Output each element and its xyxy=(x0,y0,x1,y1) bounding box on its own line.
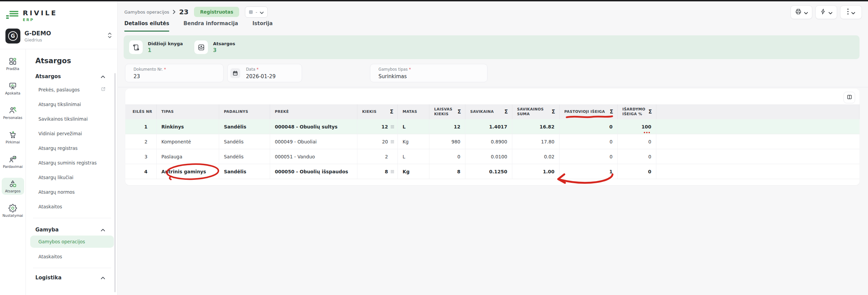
ledger-scroll-icon xyxy=(129,40,143,54)
accounting-board-icon xyxy=(8,82,17,90)
sidebar-item-vidiniai-pervezimai[interactable]: Vidiniai pervežimai xyxy=(26,126,117,141)
sidebar-title: Atsargos xyxy=(26,57,117,65)
section-header-logistika[interactable]: Logistika xyxy=(26,274,117,281)
rail-item-pradzia[interactable]: Pradžia xyxy=(2,55,24,72)
rail-item-apskaita[interactable]: Apskaita xyxy=(2,80,24,97)
printer-icon xyxy=(795,8,802,16)
data-field[interactable]: Data * 2026-01-29 xyxy=(227,64,302,82)
chevron-down-icon xyxy=(260,9,264,15)
section-logistika: Logistika xyxy=(26,274,117,281)
settings-gear-icon xyxy=(8,204,17,212)
sidebar-scrollbar[interactable] xyxy=(114,73,116,292)
sum-icon[interactable]: Σ xyxy=(387,109,393,115)
summary-didzioji-knyga[interactable]: Didžioji knyga 1 xyxy=(129,35,183,59)
columns-icon xyxy=(847,94,852,101)
section-gamyba: Gamyba Gamybos operacijos Ataskaitos xyxy=(26,226,117,268)
document-number: 23 xyxy=(179,8,189,16)
actions-button[interactable] xyxy=(815,5,837,19)
section-header-atsargos[interactable]: Atsargos xyxy=(26,73,117,80)
sum-icon[interactable]: Σ xyxy=(502,109,508,115)
row-menu-icon[interactable] xyxy=(389,125,395,128)
col-header-padalinys[interactable]: PADALINYS xyxy=(219,104,270,119)
lightning-icon xyxy=(820,8,826,16)
main-content: Gamybos operacijos 23 Registruotas - xyxy=(118,1,868,295)
sidebar-item-ataskaitos-1[interactable]: Ataskaitos xyxy=(26,199,117,214)
col-header-savikaina[interactable]: SAVIKAINAΣ xyxy=(465,104,512,119)
sum-icon[interactable]: Σ xyxy=(607,109,613,115)
section-atsargos: Atsargos Prekės, paslaugos Ats xyxy=(26,73,117,218)
col-header-laisvas-kiekis[interactable]: LAISVAS KIEKISΣ xyxy=(429,104,465,119)
table-toolbar xyxy=(125,89,860,104)
col-header-filler xyxy=(656,104,860,119)
col-header-savikainos-suma[interactable]: SAVIKAINOS SUMAΣ xyxy=(512,104,560,119)
tab-bendra-informacija[interactable]: Bendra informacija xyxy=(183,20,238,32)
module-rail: Pradžia Apskaita xyxy=(0,49,26,295)
tab-istorija[interactable]: Istorija xyxy=(252,20,273,32)
chevron-up-icon xyxy=(101,73,105,80)
company-user: Giedrius xyxy=(24,37,107,42)
col-header-kiekis[interactable]: KIEKISΣ xyxy=(357,104,398,119)
detail-lines-table: EILĖS NR TIPAS PADALINYS PREKĖ KIEKISΣ M… xyxy=(125,104,860,179)
rail-item-atsargos[interactable]: Atsargos xyxy=(2,178,24,195)
column-settings-button[interactable] xyxy=(844,92,855,103)
dashboard-icon xyxy=(8,57,17,66)
col-header-isardymo-iseiga[interactable]: IŠARDYMO IŠEIGA %Σ xyxy=(618,104,656,119)
brand-name: RIVILE xyxy=(23,10,57,16)
data-value: 2026-01-29 xyxy=(246,73,276,80)
dokumento-nr-value: 23 xyxy=(134,73,140,80)
sidebar-item-savikainos-tikslinimai[interactable]: Savikainos tikslinimai xyxy=(26,111,117,126)
sidebar-item-atsargu-likuciai[interactable]: Atsargų likučiai xyxy=(26,170,117,185)
sum-icon[interactable]: Σ xyxy=(646,109,652,115)
rail-item-pardavimai[interactable]: Pardavimai xyxy=(2,153,24,170)
menu-divider xyxy=(33,218,111,218)
sidebar-menu: Atsargos Atsargos Prekės, paslaugos xyxy=(26,49,117,295)
gamybos-tipas-field[interactable]: Gamybos tipas * Surinkimas xyxy=(370,64,488,82)
rail-item-personalas[interactable]: Personalas xyxy=(2,104,24,121)
breadcrumb-parent-link[interactable]: Gamybos operacijos xyxy=(124,10,169,15)
sales-person-icon xyxy=(8,155,17,163)
row-menu-icon[interactable] xyxy=(389,140,395,143)
sidebar-item-atsargu-normos[interactable]: Atsargų normos xyxy=(26,185,117,199)
gamybos-tipas-value: Surinkimas xyxy=(378,73,407,80)
tab-detalios-eilutes[interactable]: Detalios eilutės xyxy=(124,20,169,32)
sidebar-item-atsargu-registras[interactable]: Atsargų registras xyxy=(26,141,117,155)
sum-icon[interactable]: Σ xyxy=(549,109,555,115)
chevron-down-icon xyxy=(851,9,855,16)
chevron-down-icon xyxy=(804,9,808,16)
summary-atsargos[interactable]: Atsargos 3 xyxy=(194,35,235,59)
more-menu-button[interactable] xyxy=(840,5,862,19)
inventory-box-icon xyxy=(194,40,208,54)
chevron-right-icon xyxy=(173,10,176,14)
col-header-eiles-nr[interactable]: EILĖS NR xyxy=(125,104,157,119)
dokumento-nr-field[interactable]: Dokumento Nr. * 23 xyxy=(125,64,224,82)
print-button[interactable] xyxy=(791,5,812,19)
col-header-matas[interactable]: MATAS xyxy=(398,104,429,119)
inventory-shapes-icon xyxy=(8,179,17,188)
sidebar-item-ataskaitos-2[interactable]: Ataskaitos xyxy=(26,249,117,264)
company-selector[interactable]: G G-DEMO Giedrius xyxy=(5,29,112,44)
sidebar-item-atsargu-tikslinimai[interactable]: Atsargų tikslinimai xyxy=(26,97,117,111)
col-header-preke[interactable]: PREKĖ xyxy=(270,104,357,119)
rail-item-nustatymai[interactable]: Nustatymai xyxy=(2,202,24,219)
rail-item-pirkimai[interactable]: Pirkimai xyxy=(2,129,24,146)
sidebar-item-prekes-paslaugos[interactable]: Prekės, paslaugos xyxy=(26,82,117,97)
chevron-up-icon xyxy=(101,274,105,281)
col-header-pastovioji-iseiga[interactable]: PASTOVIOJI IŠEIGAΣ xyxy=(560,104,618,119)
updown-chevron-icon xyxy=(107,32,112,40)
status-badge: Registruotas xyxy=(194,7,239,17)
purchases-cart-icon xyxy=(8,131,17,139)
sidebar-item-atsargu-suminis-registras[interactable]: Atsargų suminis registras xyxy=(26,155,117,170)
status-dropdown[interactable]: - xyxy=(245,6,268,18)
sum-icon[interactable]: Σ xyxy=(455,109,461,115)
menu-bars-icon xyxy=(5,11,19,21)
col-header-tipas[interactable]: TIPAS xyxy=(157,104,219,119)
app-window: RIVILE ERP G G-DEMO Giedrius xyxy=(0,0,868,295)
section-header-gamyba[interactable]: Gamyba xyxy=(26,226,117,233)
row-menu-icon[interactable] xyxy=(389,170,395,173)
chevron-up-icon xyxy=(101,226,105,233)
sidebar-item-gamybos-operacijos[interactable]: Gamybos operacijos xyxy=(30,236,114,248)
menu-divider xyxy=(33,268,111,268)
brand-logo[interactable]: RIVILE ERP xyxy=(5,10,57,22)
chevron-down-icon xyxy=(829,9,832,16)
breadcrumb: Gamybos operacijos 23 Registruotas - xyxy=(124,5,268,18)
